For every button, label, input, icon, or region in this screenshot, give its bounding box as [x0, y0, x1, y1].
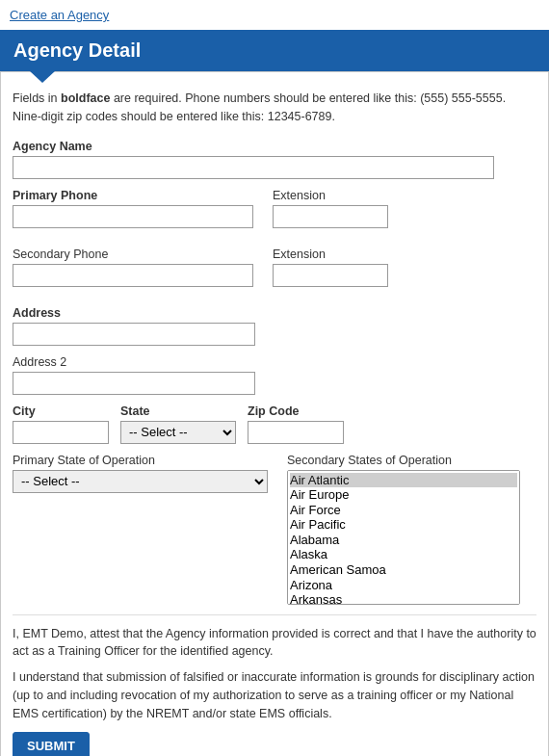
- attestation-line2: I understand that submission of falsifie…: [13, 668, 536, 722]
- primary-phone-input[interactable]: [13, 205, 253, 228]
- zip-input[interactable]: [248, 421, 344, 444]
- primary-state-label: Primary State of Operation: [13, 454, 268, 467]
- agency-name-input[interactable]: [13, 156, 494, 179]
- agency-name-label: Agency Name: [13, 140, 536, 153]
- address2-label: Address 2: [13, 355, 536, 369]
- primary-phone-label: Primary Phone: [13, 189, 253, 202]
- secondary-states-label: Secondary States of Operation: [287, 454, 536, 467]
- secondary-phone-input[interactable]: [13, 264, 253, 287]
- city-input[interactable]: [13, 421, 109, 444]
- state-label: State: [120, 404, 236, 418]
- city-label: City: [13, 404, 109, 418]
- secondary-states-select[interactable]: Air AtlanticAir EuropeAir ForceAir Pacif…: [287, 470, 520, 605]
- header-bar: Agency Detail: [0, 30, 549, 71]
- page-title: Agency Detail: [13, 39, 141, 61]
- primary-ext-input[interactable]: [273, 205, 388, 228]
- address2-input[interactable]: [13, 372, 255, 395]
- submit-button[interactable]: SUBMIT: [13, 732, 90, 756]
- primary-ext-label: Extension: [273, 189, 388, 202]
- secondary-ext-input[interactable]: [273, 264, 388, 287]
- secondary-ext-label: Extension: [273, 248, 388, 261]
- state-select[interactable]: -- Select --ALAKASAZARCACOCTDEFLGAGUHIID…: [120, 421, 236, 444]
- secondary-phone-label: Secondary Phone: [13, 248, 253, 261]
- address-label: Address: [13, 306, 536, 320]
- attestation-line1: I, EMT Demo, attest that the Agency info…: [13, 625, 536, 662]
- address-input[interactable]: [13, 323, 255, 346]
- instructions: Fields in boldface are required. Phone n…: [13, 90, 536, 126]
- primary-state-select[interactable]: -- Select --Air AtlanticAir EuropeAir Fo…: [13, 470, 268, 493]
- zip-label: Zip Code: [248, 404, 344, 418]
- top-link[interactable]: Create an Agency: [0, 0, 549, 30]
